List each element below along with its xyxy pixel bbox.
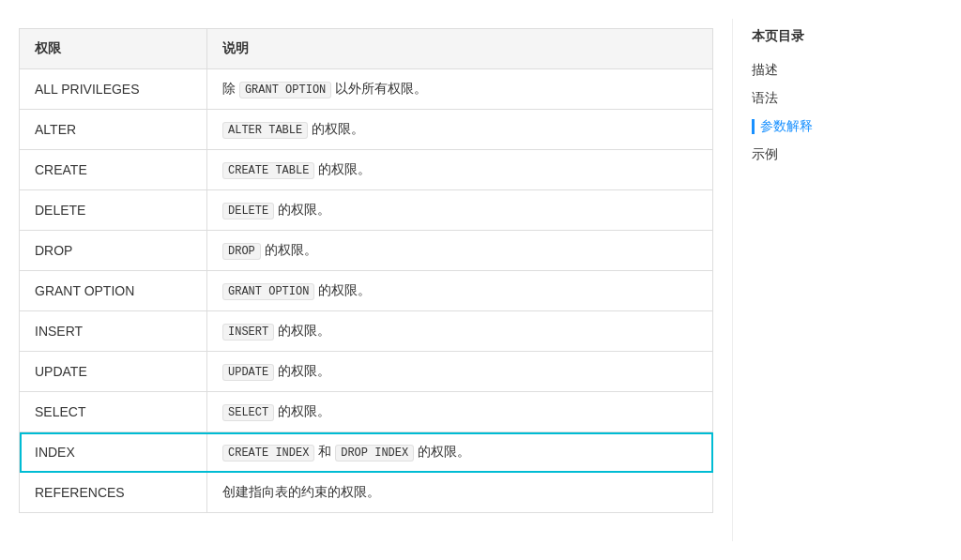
desc-text: 的权限。 (274, 323, 330, 338)
privilege-cell: INDEX (20, 432, 207, 473)
desc-text: 的权限。 (261, 242, 317, 257)
inline-code: CREATE TABLE (222, 162, 314, 179)
page-container: 权限 说明 ALL PRIVILEGES除 GRANT OPTION 以外所有权… (0, 0, 961, 560)
active-indicator (752, 119, 755, 134)
desc-text: 的权限。 (314, 282, 371, 297)
inline-code: UPDATE (222, 364, 274, 381)
privilege-cell: DROP (20, 231, 207, 271)
privilege-cell: UPDATE (20, 352, 207, 392)
privilege-cell: REFERENCES (20, 473, 207, 513)
sidebar-link-params[interactable]: 参数解释 (760, 118, 813, 133)
table-row: INSERTINSERT 的权限。 (20, 311, 713, 352)
table-row: DROPDROP 的权限。 (20, 231, 713, 271)
main-content: 权限 说明 ALL PRIVILEGES除 GRANT OPTION 以外所有权… (0, 19, 732, 541)
table-row: DELETEDELETE 的权限。 (20, 190, 713, 231)
inline-code: CREATE INDEX (222, 445, 314, 462)
description-cell: GRANT OPTION 的权限。 (207, 271, 713, 311)
sidebar-link-describe[interactable]: 描述 (752, 62, 778, 77)
privilege-cell: DELETE (20, 190, 207, 231)
inline-code: GRANT OPTION (239, 82, 331, 98)
desc-text: 除 (222, 81, 239, 96)
desc-text: 和 (314, 444, 335, 459)
sidebar-item-params[interactable]: 参数解释 (752, 113, 901, 141)
desc-text: 以外所有权限。 (331, 81, 427, 96)
privilege-cell: ALTER (20, 110, 207, 150)
description-cell: UPDATE 的权限。 (207, 352, 713, 392)
table-body: ALL PRIVILEGES除 GRANT OPTION 以外所有权限。ALTE… (20, 69, 713, 513)
description-cell: DELETE 的权限。 (207, 190, 713, 231)
inline-code: INSERT (222, 324, 274, 341)
desc-text: 创建指向表的约束的权限。 (222, 484, 380, 499)
description-cell: DROP 的权限。 (207, 231, 713, 271)
sidebar-item-examples[interactable]: 示例 (752, 141, 901, 169)
desc-text: 的权限。 (414, 444, 470, 459)
desc-text: 的权限。 (308, 121, 364, 136)
privilege-cell: CREATE (20, 150, 207, 190)
privilege-cell: GRANT OPTION (20, 271, 207, 311)
description-cell: 创建指向表的约束的权限。 (207, 473, 713, 513)
table-row: INDEXCREATE INDEX 和 DROP INDEX 的权限。 (20, 432, 713, 473)
description-cell: CREATE INDEX 和 DROP INDEX 的权限。 (207, 432, 713, 473)
table-row: REFERENCES创建指向表的约束的权限。 (20, 473, 713, 513)
inline-code: GRANT OPTION (222, 283, 314, 300)
table-row: ALTERALTER TABLE 的权限。 (20, 110, 713, 150)
description-cell: INSERT 的权限。 (207, 311, 713, 352)
sidebar-link-examples[interactable]: 示例 (752, 146, 778, 161)
table-row: CREATECREATE TABLE 的权限。 (20, 150, 713, 190)
desc-text: 的权限。 (314, 161, 371, 176)
inline-code: DROP (222, 243, 261, 260)
sidebar-nav: 描述语法参数解释示例 (752, 56, 901, 169)
table-row: GRANT OPTIONGRANT OPTION 的权限。 (20, 271, 713, 311)
privilege-cell: INSERT (20, 311, 207, 352)
col-header-privilege: 权限 (20, 29, 207, 69)
sidebar-item-syntax[interactable]: 语法 (752, 84, 901, 113)
desc-text: 的权限。 (274, 403, 330, 418)
inline-code: DROP INDEX (335, 445, 414, 462)
inline-code: DELETE (222, 203, 274, 219)
description-cell: ALTER TABLE 的权限。 (207, 110, 713, 150)
privilege-cell: SELECT (20, 392, 207, 432)
description-cell: CREATE TABLE 的权限。 (207, 150, 713, 190)
table-row: ALL PRIVILEGES除 GRANT OPTION 以外所有权限。 (20, 69, 713, 110)
description-cell: SELECT 的权限。 (207, 392, 713, 432)
privilege-cell: ALL PRIVILEGES (20, 69, 207, 110)
sidebar-item-describe[interactable]: 描述 (752, 56, 901, 84)
sidebar: 本页目录 描述语法参数解释示例 (732, 19, 920, 541)
table-header-row: 权限 说明 (20, 29, 713, 69)
description-cell: 除 GRANT OPTION 以外所有权限。 (207, 69, 713, 110)
desc-text: 的权限。 (274, 363, 330, 378)
table-row: UPDATEUPDATE 的权限。 (20, 352, 713, 392)
inline-code: SELECT (222, 404, 274, 421)
table-row: SELECTSELECT 的权限。 (20, 392, 713, 432)
col-header-description: 说明 (207, 29, 713, 69)
desc-text: 的权限。 (274, 202, 330, 217)
sidebar-title: 本页目录 (752, 28, 901, 45)
sidebar-link-syntax[interactable]: 语法 (752, 90, 778, 105)
inline-code: ALTER TABLE (222, 122, 308, 139)
privilege-table: 权限 说明 ALL PRIVILEGES除 GRANT OPTION 以外所有权… (19, 28, 713, 513)
